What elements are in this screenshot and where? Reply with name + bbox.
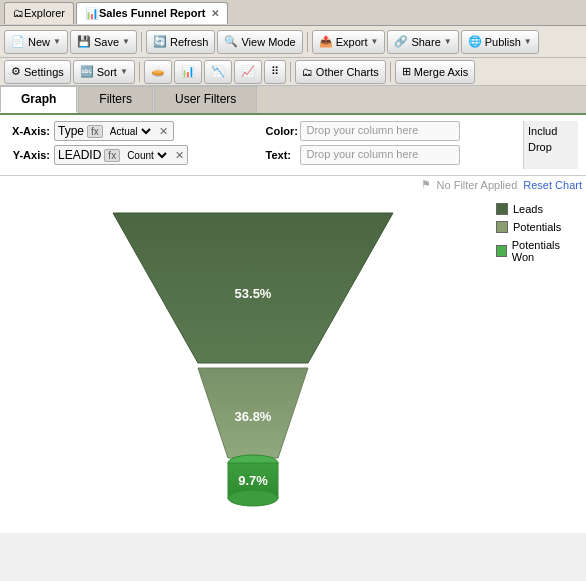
export-icon: 📤 bbox=[319, 35, 333, 48]
line-chart-icon: 📈 bbox=[241, 65, 255, 78]
yaxis-agg-select[interactable]: Count bbox=[123, 149, 170, 162]
export-dropdown-arrow: ▼ bbox=[370, 37, 378, 46]
main-content: 53.5% 36.8% 9.7% Leads Potentials Potent… bbox=[0, 193, 586, 533]
include-label: Includ bbox=[528, 125, 574, 137]
merge-axis-icon: ⊞ bbox=[402, 65, 411, 78]
tab-bar: 🗂 Explorer 📊 Sales Funnel Report ✕ bbox=[0, 0, 586, 26]
sort-button[interactable]: 🔤 Sort ▼ bbox=[73, 60, 135, 84]
sort-icon: 🔤 bbox=[80, 65, 94, 78]
xaxis-field-value: Type bbox=[58, 124, 84, 138]
tab-graph[interactable]: Graph bbox=[0, 86, 77, 113]
legend-potentials: Potentials bbox=[496, 221, 576, 233]
filter-row: ⚑ No Filter Applied Reset Chart bbox=[0, 176, 586, 193]
new-icon: 📄 bbox=[11, 35, 25, 48]
funnel-cylinder-bottom bbox=[228, 490, 278, 506]
chart-area: 53.5% 36.8% 9.7% bbox=[0, 193, 486, 533]
config-area: X-Axis: Type fx Actual ✕ Y-Axis: LEADID … bbox=[0, 115, 586, 176]
new-button[interactable]: 📄 New ▼ bbox=[4, 30, 68, 54]
refresh-button[interactable]: 🔄 Refresh bbox=[146, 30, 216, 54]
yaxis-fx[interactable]: fx bbox=[104, 149, 120, 162]
toolbar2-sep bbox=[139, 62, 140, 82]
funnel-chart: 53.5% 36.8% 9.7% bbox=[93, 203, 413, 533]
tab-explorer-label: Explorer bbox=[24, 7, 65, 19]
chart-type-line[interactable]: 📈 bbox=[234, 60, 262, 84]
drop-label: Drop bbox=[528, 141, 574, 153]
settings-icon: ⚙ bbox=[11, 65, 21, 78]
text-drop-zone[interactable]: Drop your column here bbox=[300, 145, 460, 165]
bar-chart-icon: 📊 bbox=[181, 65, 195, 78]
axes-panel: X-Axis: Type fx Actual ✕ Y-Axis: LEADID … bbox=[8, 121, 250, 169]
xaxis-agg-select[interactable]: Actual bbox=[106, 125, 154, 138]
legend-color-leads bbox=[496, 203, 508, 215]
yaxis-row: Y-Axis: LEADID fx Count ✕ bbox=[8, 145, 250, 165]
drop-zones-panel: Color: Drop your column here Text: Drop … bbox=[266, 121, 508, 169]
legend-potentials-won: Potentials Won bbox=[496, 239, 576, 263]
close-tab-icon[interactable]: ✕ bbox=[211, 8, 219, 19]
scatter-chart-icon: ⠿ bbox=[271, 65, 279, 78]
xaxis-fx[interactable]: fx bbox=[87, 125, 103, 138]
no-filter-icon: ⚑ bbox=[421, 178, 431, 191]
xaxis-close-icon[interactable]: ✕ bbox=[159, 125, 168, 138]
other-charts-button[interactable]: 🗂 Other Charts bbox=[295, 60, 386, 84]
publish-icon: 🌐 bbox=[468, 35, 482, 48]
tab-user-filters[interactable]: User Filters bbox=[154, 86, 257, 113]
color-label: Color: bbox=[266, 125, 296, 137]
legend-color-potentials-won bbox=[496, 245, 507, 257]
legend-label-leads: Leads bbox=[513, 203, 543, 215]
funnel-label-potentials-won: 9.7% bbox=[238, 473, 268, 488]
yaxis-close-icon[interactable]: ✕ bbox=[175, 149, 184, 162]
main-toolbar: 📄 New ▼ 💾 Save ▼ 🔄 Refresh 🔍 View Mode 📤… bbox=[0, 26, 586, 58]
no-filter-text: No Filter Applied bbox=[437, 179, 518, 191]
legend-leads: Leads bbox=[496, 203, 576, 215]
text-row: Text: Drop your column here bbox=[266, 145, 508, 165]
tab-explorer[interactable]: 🗂 Explorer bbox=[4, 2, 74, 24]
share-icon: 🔗 bbox=[394, 35, 408, 48]
merge-axis-button[interactable]: ⊞ Merge Axis bbox=[395, 60, 475, 84]
xaxis-row: X-Axis: Type fx Actual ✕ bbox=[8, 121, 250, 141]
refresh-icon: 🔄 bbox=[153, 35, 167, 48]
yaxis-field-value: LEADID bbox=[58, 148, 101, 162]
xaxis-field[interactable]: Type fx Actual ✕ bbox=[54, 121, 174, 141]
toolbar-sep-1 bbox=[141, 32, 142, 52]
tab-sales-funnel-label: Sales Funnel Report bbox=[99, 7, 205, 19]
legend-area: Leads Potentials Potentials Won bbox=[486, 193, 586, 533]
new-dropdown-arrow: ▼ bbox=[53, 37, 61, 46]
legend-label-potentials: Potentials bbox=[513, 221, 561, 233]
chart-type-scatter[interactable]: ⠿ bbox=[264, 60, 286, 84]
save-dropdown-arrow: ▼ bbox=[122, 37, 130, 46]
secondary-toolbar: ⚙ Settings 🔤 Sort ▼ 🥧 📊 📉 📈 ⠿ 🗂 Other Ch… bbox=[0, 58, 586, 86]
toolbar2-sep3 bbox=[390, 62, 391, 82]
chart-type-pie[interactable]: 🥧 bbox=[144, 60, 172, 84]
panel-tabs: Graph Filters User Filters bbox=[0, 86, 586, 115]
publish-dropdown-arrow: ▼ bbox=[524, 37, 532, 46]
explorer-icon: 🗂 bbox=[13, 7, 24, 19]
legend-color-potentials bbox=[496, 221, 508, 233]
share-button[interactable]: 🔗 Share ▼ bbox=[387, 30, 458, 54]
tab-sales-funnel[interactable]: 📊 Sales Funnel Report ✕ bbox=[76, 2, 228, 24]
include-column: Includ Drop bbox=[523, 121, 578, 169]
save-icon: 💾 bbox=[77, 35, 91, 48]
pie-chart-icon: 🥧 bbox=[151, 65, 165, 78]
share-dropdown-arrow: ▼ bbox=[444, 37, 452, 46]
funnel-label-leads: 53.5% bbox=[235, 286, 272, 301]
sort-dropdown-arrow: ▼ bbox=[120, 67, 128, 76]
publish-button[interactable]: 🌐 Publish ▼ bbox=[461, 30, 539, 54]
funnel-label-potentials: 36.8% bbox=[235, 409, 272, 424]
toolbar2-sep2 bbox=[290, 62, 291, 82]
save-button[interactable]: 💾 Save ▼ bbox=[70, 30, 137, 54]
yaxis-field[interactable]: LEADID fx Count ✕ bbox=[54, 145, 188, 165]
settings-button[interactable]: ⚙ Settings bbox=[4, 60, 71, 84]
tab-filters[interactable]: Filters bbox=[78, 86, 153, 113]
color-row: Color: Drop your column here bbox=[266, 121, 508, 141]
export-button[interactable]: 📤 Export ▼ bbox=[312, 30, 386, 54]
reset-chart-link[interactable]: Reset Chart bbox=[523, 179, 582, 191]
chart-type-bar2[interactable]: 📉 bbox=[204, 60, 232, 84]
viewmode-icon: 🔍 bbox=[224, 35, 238, 48]
bar-chart2-icon: 📉 bbox=[211, 65, 225, 78]
other-charts-icon: 🗂 bbox=[302, 66, 313, 78]
viewmode-button[interactable]: 🔍 View Mode bbox=[217, 30, 302, 54]
yaxis-label: Y-Axis: bbox=[8, 149, 50, 161]
chart-type-bar[interactable]: 📊 bbox=[174, 60, 202, 84]
xaxis-label: X-Axis: bbox=[8, 125, 50, 137]
color-drop-zone[interactable]: Drop your column here bbox=[300, 121, 460, 141]
